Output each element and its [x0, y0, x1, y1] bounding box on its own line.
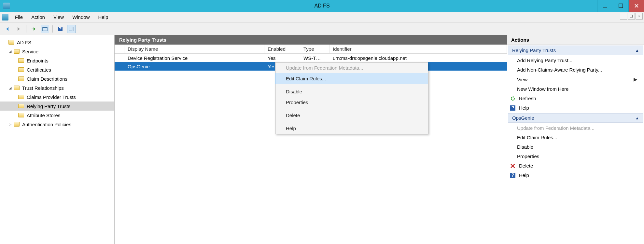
toolbar-separator [52, 25, 53, 33]
action-label: Add Relying Party Trust... [517, 58, 572, 63]
action-new-window[interactable]: New Window from Here [507, 84, 644, 94]
action-label: Help [519, 172, 529, 178]
show-hide-action-pane-button[interactable] [67, 25, 76, 33]
action-add-relying-party-trust[interactable]: Add Relying Party Trust... [507, 56, 644, 65]
grid-header-identifier[interactable]: Identifier [329, 45, 507, 53]
menu-window[interactable]: Window [68, 13, 93, 21]
ctx-update-metadata: Update from Federation Metadata... [275, 62, 428, 73]
folder-icon [18, 95, 24, 99]
tree-claim-descriptions[interactable]: Claim Descriptions [0, 74, 114, 83]
action-label: Add Non-Claims-Aware Relying Party... [517, 67, 602, 73]
context-menu: Update from Federation Metadata... Edit … [275, 62, 428, 134]
menu-help[interactable]: Help [94, 13, 112, 21]
action-delete[interactable]: Delete [507, 161, 644, 170]
action-label: Update from Federation Metadata... [517, 125, 595, 131]
tree-trust-relationships[interactable]: ◢ Trust Relationships [0, 83, 114, 92]
up-button[interactable] [30, 25, 38, 33]
window-maximize-button[interactable] [613, 0, 628, 12]
tree-label: Service [22, 49, 38, 54]
cell-enabled: Yes [264, 55, 300, 61]
actions-group-header[interactable]: OpsGenie ▲ [508, 113, 643, 123]
folder-icon [14, 122, 20, 127]
navigation-tree[interactable]: AD FS ◢ Service Endpoints Certificates C… [0, 35, 115, 244]
grid-header-enabled[interactable]: Enabled [264, 45, 300, 53]
tree-label: Relying Party Trusts [27, 103, 70, 109]
help-icon: ? [510, 173, 516, 178]
svg-text:?: ? [511, 105, 514, 110]
window-minimize-button[interactable] [597, 0, 613, 12]
mmc-icon [2, 14, 8, 20]
tree-label: AD FS [17, 40, 31, 45]
expander-icon[interactable]: ◢ [8, 86, 12, 90]
ctx-help[interactable]: Help [275, 123, 428, 134]
cell-type: WS-T… [300, 55, 329, 61]
grid-header-type[interactable]: Type [300, 45, 329, 53]
menu-action[interactable]: Action [27, 13, 49, 21]
ctx-separator [277, 122, 426, 122]
action-view[interactable]: View ▶ [507, 75, 644, 84]
grid-header-displayname[interactable]: Display Name [124, 45, 264, 53]
folder-icon [18, 76, 24, 81]
action-label: Properties [517, 154, 539, 159]
action-label: Delete [519, 163, 533, 169]
tree-attribute-stores[interactable]: Attribute Stores [0, 111, 114, 120]
action-label: Refresh [519, 96, 536, 101]
ctx-edit-claim-rules[interactable]: Edit Claim Rules... [275, 73, 428, 84]
tree-label: Attribute Stores [27, 113, 60, 118]
tree-label: Trust Relationships [22, 85, 64, 91]
tree-endpoints[interactable]: Endpoints [0, 56, 114, 65]
nav-back-button[interactable] [3, 25, 12, 33]
menu-file[interactable]: File [11, 13, 27, 21]
mdi-close-button[interactable]: × [636, 13, 643, 20]
svg-rect-7 [72, 27, 74, 31]
cell-identifier: urn:ms-drs:opsgenie.cloudapp.net [329, 55, 507, 61]
expander-icon[interactable]: ▷ [8, 122, 12, 127]
folder-icon [8, 40, 14, 45]
svg-text:?: ? [511, 173, 514, 178]
tree-certificates[interactable]: Certificates [0, 65, 114, 74]
menubar: File Action View Window Help _ ❐ × [0, 12, 644, 23]
window-close-button[interactable] [628, 0, 644, 12]
ctx-delete[interactable]: Delete [275, 110, 428, 121]
folder-icon [14, 49, 20, 54]
collapse-icon: ▲ [635, 116, 639, 120]
expander-icon[interactable]: ◢ [8, 49, 12, 54]
tree-relying-party-trusts[interactable]: Relying Party Trusts [0, 102, 114, 111]
svg-rect-1 [619, 4, 623, 8]
table-row[interactable]: Device Registration Service Yes WS-T… ur… [115, 54, 507, 62]
folder-icon [18, 67, 24, 72]
toolbar-help-button[interactable]: ? [56, 25, 64, 33]
grid-header: Display Name Enabled Type Identifier [115, 45, 507, 54]
show-hide-tree-button[interactable] [41, 25, 49, 33]
tree-root[interactable]: AD FS [0, 38, 114, 47]
ctx-separator [277, 85, 426, 85]
action-help[interactable]: ? Help [507, 103, 644, 113]
ctx-disable[interactable]: Disable [275, 86, 428, 97]
tree-authentication-policies[interactable]: ▷ Authentication Policies [0, 120, 114, 129]
ctx-properties[interactable]: Properties [275, 97, 428, 108]
menu-view[interactable]: View [49, 13, 68, 21]
tree-service[interactable]: ◢ Service [0, 47, 114, 56]
actions-group-header[interactable]: Relying Party Trusts ▲ [508, 46, 643, 55]
mdi-restore-button[interactable]: ❐ [628, 13, 635, 20]
tree-label: Endpoints [27, 58, 49, 63]
action-update-metadata: Update from Federation Metadata... [507, 123, 644, 133]
grid-gutter-header[interactable] [115, 45, 124, 53]
help-icon: ? [510, 105, 516, 111]
folder-icon [18, 104, 24, 108]
action-properties[interactable]: Properties [507, 152, 644, 161]
action-refresh[interactable]: Refresh [507, 94, 644, 103]
action-disable[interactable]: Disable [507, 142, 644, 152]
svg-rect-3 [43, 27, 47, 28]
action-edit-claim-rules[interactable]: Edit Claim Rules... [507, 133, 644, 142]
actions-pane-title: Actions [507, 35, 644, 45]
action-add-non-claims-aware[interactable]: Add Non-Claims-Aware Relying Party... [507, 65, 644, 75]
details-title: Relying Party Trusts [115, 35, 507, 45]
mdi-minimize-button[interactable]: _ [620, 13, 627, 20]
action-help[interactable]: ? Help [507, 170, 644, 180]
action-label: Edit Claim Rules... [517, 135, 557, 140]
action-label: New Window from Here [517, 86, 568, 92]
nav-forward-button[interactable] [14, 25, 23, 33]
tree-label: Certificates [27, 67, 51, 73]
tree-claims-provider-trusts[interactable]: Claims Provider Trusts [0, 92, 114, 102]
